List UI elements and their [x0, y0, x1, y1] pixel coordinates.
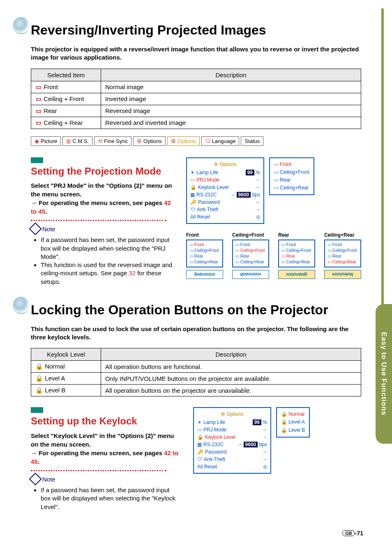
- note-header: Note: [31, 224, 174, 233]
- submenu-item[interactable]: ▭ Ceiling+Rear: [274, 184, 309, 192]
- example-ceiling-rear: ▭ Front ▭ Ceiling+Front ▭ Rear ▭ Ceiling…: [324, 240, 361, 267]
- tab-finesync[interactable]: ⟲Fine Sync: [94, 136, 131, 146]
- table-row: 🔒 NormalAll operation buttons are functi…: [31, 361, 361, 373]
- table-row: ▭ RearReversed image: [31, 105, 361, 117]
- rs232-icon: ▦: [197, 441, 202, 448]
- options2-icon: ⚙: [171, 138, 176, 144]
- heading-1: Reversing/Inverting Projected Images: [31, 23, 361, 38]
- antitheft-icon: 🛡: [197, 456, 202, 463]
- th-selected-item: Selected Item: [31, 69, 101, 81]
- osd-submenu-prj: ▭ Front ▭ Ceiling+Front ▭ Rear ▭ Ceiling…: [269, 157, 314, 196]
- reset-icon: ◎: [256, 213, 260, 221]
- keylock-icon: 🔒: [197, 433, 203, 441]
- submenu-item[interactable]: ▭ Rear: [274, 176, 309, 184]
- th-keylock: Keylock Level: [31, 348, 101, 361]
- subheading-prj-mode: Setting the Projection Mode: [31, 166, 174, 177]
- osd-options-panel-2: ⚙ Options ☀Lamp Life99 % ▭PRJ Mode→ 🔒Key…: [193, 407, 271, 474]
- note-icon: [29, 473, 42, 486]
- note-icon: [29, 223, 42, 235]
- heading-2: Locking the Operation Buttons on the Pro…: [31, 302, 361, 318]
- tab-options1[interactable]: ⚙Options: [133, 136, 166, 146]
- lock-icon: 🔒: [35, 387, 43, 394]
- prj-mode-instruction: Select "PRJ Mode" in the "Options (2)" m…: [31, 181, 174, 216]
- osd-title: ⚙ Options: [197, 410, 267, 418]
- lock-icon: 🔒: [35, 375, 43, 382]
- front-icon: ▭: [35, 83, 42, 91]
- tab-picture[interactable]: ◉Picture: [31, 136, 61, 146]
- th-description: Description: [101, 348, 361, 361]
- dotted-rule: [31, 470, 166, 471]
- password-icon: 🔑: [197, 448, 203, 456]
- projection-examples: Front ▭ Front ▭ Ceiling+Front ▭ Rear ▭ C…: [186, 232, 361, 279]
- tab-language[interactable]: 🗨Language: [201, 136, 240, 146]
- keylock-table: Keylock Level Description 🔒 NormalAll op…: [31, 348, 361, 396]
- osd-options-panel: ⚙ Options ☀Lamp Life99 % ▭PRJ Mode→ 🔒Key…: [186, 157, 264, 224]
- options1-icon: ⚙: [137, 138, 142, 144]
- tab-status[interactable]: Status: [241, 136, 263, 146]
- table-row: 🔒 Level AOnly INPUT/VOLUME buttons on th…: [31, 373, 361, 385]
- example-ceiling-front: ▭ Front ▭ Ceiling+Front ▭ Rear ▭ Ceiling…: [232, 240, 269, 267]
- logo-ceiling-rear: Notevision: [324, 270, 361, 279]
- section-accent: [31, 157, 43, 163]
- table-row: ▭ Ceiling + RearReversed and inverted im…: [31, 117, 361, 129]
- example-rear: ▭ Front ▭ Ceiling+Front ▭ Rear ▭ Ceiling…: [278, 240, 315, 267]
- logo-ceiling-front: Notevision: [232, 270, 269, 279]
- ceiling-front-icon: ▭: [35, 95, 42, 103]
- prj-icon: ▭: [190, 176, 195, 184]
- logo-front: Notevision: [186, 270, 223, 279]
- logo-rear: Notevision: [278, 270, 315, 279]
- osd-title: ⚙ Options: [190, 161, 260, 168]
- intro-text: This projector is equipped with a revers…: [31, 45, 361, 62]
- rear-icon: ▭: [35, 107, 42, 115]
- note-item: If a password has been set, the password…: [41, 486, 181, 511]
- note-item: If a password has been set, the password…: [41, 236, 174, 261]
- cms-icon: ◍: [66, 138, 71, 144]
- intro-text-2: This function can be used to lock the us…: [31, 325, 361, 342]
- tab-options2[interactable]: ⚙Options: [167, 136, 200, 146]
- th-description: Description: [101, 69, 361, 81]
- lock-icon: 🔒: [35, 363, 43, 370]
- osd-submenu-keylock: 🔒 Normal 🔒 Level A 🔒 Level B: [276, 407, 310, 438]
- antitheft-icon: 🛡: [190, 206, 195, 213]
- picture-icon: ◉: [35, 138, 39, 144]
- lamp-icon: ☀: [197, 419, 202, 426]
- submenu-item[interactable]: 🔒 Level A: [281, 418, 305, 426]
- table-row: ▭ Ceiling + FrontInverted image: [31, 93, 361, 105]
- tab-cms[interactable]: ◍C.M.S.: [62, 136, 92, 146]
- table-row: ▭ FrontNormal image: [31, 81, 361, 93]
- language-icon: 🗨: [205, 138, 210, 144]
- submenu-item[interactable]: 🔒 Normal: [281, 410, 305, 418]
- prj-icon: ▭: [197, 426, 202, 433]
- submenu-item[interactable]: ▭ Front: [274, 161, 309, 168]
- note-header: Note: [31, 475, 181, 484]
- keylock-icon: 🔒: [190, 184, 196, 191]
- page-link-32[interactable]: 32: [129, 270, 136, 276]
- submenu-item[interactable]: ▭ Ceiling+Front: [274, 168, 309, 176]
- keylock-instruction: Select "Keylock Level" in the "Options (…: [31, 431, 181, 466]
- password-icon: 🔑: [190, 198, 196, 206]
- page-number: GB-71: [342, 530, 363, 537]
- ceiling-rear-icon: ▭: [35, 119, 42, 127]
- prj-mode-table: Selected Item Description ▭ FrontNormal …: [31, 69, 361, 129]
- submenu-item[interactable]: 🔒 Level B: [281, 426, 305, 434]
- section-accent: [31, 407, 43, 413]
- rs232-icon: ▦: [190, 191, 195, 198]
- note-item: This function is used for the reversed i…: [41, 261, 174, 286]
- menu-tab-bar: ◉Picture ◍C.M.S. ⟲Fine Sync ⚙Options ⚙Op…: [31, 136, 361, 146]
- section-bullet: [13, 297, 30, 314]
- section-bullet: [13, 17, 30, 34]
- example-front: ▭ Front ▭ Ceiling+Front ▭ Rear ▭ Ceiling…: [186, 240, 223, 267]
- reset-icon: ◎: [263, 463, 267, 470]
- finesync-icon: ⟲: [98, 138, 102, 144]
- table-row: 🔒 Level BAll operation buttons on the pr…: [31, 385, 361, 396]
- lamp-icon: ☀: [190, 169, 195, 176]
- dotted-rule: [31, 220, 166, 221]
- subheading-keylock: Setting up the Keylock: [31, 415, 181, 427]
